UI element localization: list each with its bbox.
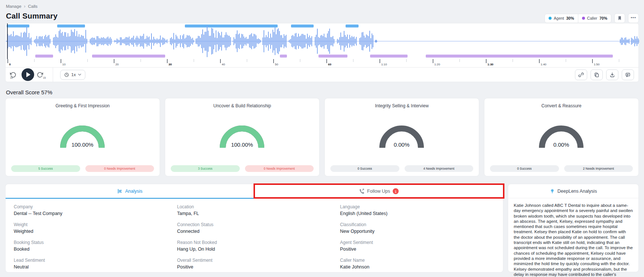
download-icon <box>609 72 615 78</box>
svg-text:20: 20 <box>115 63 119 66</box>
needs-improvement-badge: 4 Needs Improvement <box>405 165 474 172</box>
waveform[interactable] <box>6 23 638 59</box>
svg-text:0.00%: 0.00% <box>553 141 569 148</box>
svg-text:1:20: 1:20 <box>434 63 440 66</box>
clock-icon <box>64 72 69 77</box>
player-controls: 15 15 1x <box>6 68 638 82</box>
call-summary-page: Manage › Calls Call Summary Agent 30% Ca… <box>0 0 644 277</box>
detail-field: Lead Sentiment Neutral <box>14 258 177 270</box>
gauge: 0.00% <box>325 125 479 149</box>
playback-speed-button[interactable]: 1x <box>60 70 85 80</box>
deeplens-summary: Katie Johnson called ABC T Dental to inq… <box>508 198 638 277</box>
scorecards-row: Greeting & First Impression 100.00% 5 Su… <box>5 98 639 176</box>
skip-forward-seconds: 15 <box>43 76 46 79</box>
detail-field-label: Agent Sentiment <box>340 240 503 245</box>
more-options-button[interactable]: ••• <box>628 13 639 23</box>
gauge: 0.00% <box>484 125 638 149</box>
svg-text:60: 60 <box>328 63 331 66</box>
tab-analysis[interactable]: Analysis <box>6 184 254 198</box>
agent-label: Agent <box>554 16 564 20</box>
svg-text:10: 10 <box>62 63 66 66</box>
score-card-title: Convert & Reassure <box>484 103 638 108</box>
detail-field: Agent Sentiment Positive <box>340 240 503 252</box>
score-card-title: Greeting & First Impression <box>6 103 160 108</box>
play-button[interactable] <box>22 68 34 81</box>
timeline-ruler: 01020304050601:101:201:301:401:50 <box>6 59 638 68</box>
svg-text:40: 40 <box>222 63 225 66</box>
agent-ratio-badge: Agent 30% <box>545 14 578 23</box>
breadcrumb: Manage › Calls <box>0 0 644 9</box>
svg-text:1:10: 1:10 <box>381 63 387 66</box>
detail-field-label: Weight <box>14 222 177 227</box>
agent-dot-icon <box>549 17 552 20</box>
detail-field-value: English (United States) <box>340 211 503 216</box>
needs-improvement-badge: 0 Needs Improvement <box>245 165 314 172</box>
breadcrumb-calls[interactable]: Calls <box>28 4 38 9</box>
svg-text:1:30: 1:30 <box>487 63 494 66</box>
link-icon <box>578 72 584 78</box>
feedback-button[interactable] <box>622 69 634 80</box>
tab-follow-ups[interactable]: Follow Ups 1 <box>254 184 503 198</box>
skip-forward-icon <box>37 72 43 78</box>
overall-score: Overall Score 57% <box>6 89 52 95</box>
chevron-down-icon <box>78 74 81 76</box>
gauge: 100.00% <box>6 125 160 149</box>
copy-button[interactable] <box>591 69 603 80</box>
detail-field-value: Katie Johnson <box>340 264 503 270</box>
detail-field: Classification New Opportunity <box>340 222 503 234</box>
score-card: Uncover & Build Relationship 100.00% 3 S… <box>165 98 320 176</box>
detail-field-label: Connection Status <box>177 222 340 227</box>
score-card: Integrity Selling & Interview 0.00% 0 Su… <box>324 98 479 176</box>
detail-field-label: Language <box>340 204 503 209</box>
audio-player-card: 01020304050601:101:201:301:401:50 15 15 … <box>5 23 639 82</box>
detail-field-label: Company <box>14 204 177 209</box>
gauge-svg: 0.00% <box>534 125 589 149</box>
skip-forward-button[interactable]: 15 <box>37 70 46 79</box>
bookmark-button[interactable] <box>614 13 625 23</box>
agent-ratio-value: 30% <box>566 16 574 20</box>
svg-text:50: 50 <box>275 63 278 66</box>
gauge-svg: 0.00% <box>374 125 430 149</box>
success-badge: 0 Success <box>490 165 559 172</box>
breadcrumb-separator-icon: › <box>24 4 26 9</box>
detail-field-label: Reason Not Booked <box>177 240 340 245</box>
detail-field: Booking Status Booked <box>14 240 177 252</box>
score-card-title: Uncover & Build Relationship <box>165 103 319 108</box>
caller-label: Caller <box>587 16 597 20</box>
detail-field-label: Booking Status <box>14 240 177 245</box>
skip-back-button[interactable]: 15 <box>10 70 19 79</box>
detail-field: Location Tampa, FL <box>177 204 340 216</box>
copy-link-button[interactable] <box>575 69 587 80</box>
detail-field: Overall Sentiment Positive <box>177 258 340 270</box>
phone-callback-icon <box>359 188 365 194</box>
score-card-badges: 0 Success 4 Needs Improvement <box>330 165 473 172</box>
timeline-ruler-svg: 01020304050601:101:201:301:401:50 <box>6 59 639 67</box>
breadcrumb-manage[interactable]: Manage <box>6 4 22 9</box>
svg-text:1:50: 1:50 <box>594 63 600 66</box>
needs-improvement-badge: 0 Needs Improvement <box>85 165 154 172</box>
playback-speed-value: 1x <box>71 72 76 77</box>
detail-field: Language English (United States) <box>340 204 503 216</box>
download-button[interactable] <box>606 69 618 80</box>
comment-icon <box>625 72 631 78</box>
follow-ups-count-badge: 1 <box>393 188 399 194</box>
success-badge: 5 Success <box>11 165 80 172</box>
header-actions: Agent 30% Caller 70% ••• <box>545 13 639 23</box>
caller-ratio-value: 70% <box>599 16 607 20</box>
svg-text:100.00%: 100.00% <box>231 141 253 148</box>
audio-toolbar <box>575 69 634 80</box>
detail-field-value: Neutral <box>14 264 177 270</box>
analysis-panel: Analysis Follow Ups 1 Company Dental -- … <box>5 184 503 273</box>
detail-field-value: Positive <box>177 264 340 270</box>
detail-field: Reason Not Booked Hang Up, On Hold <box>177 240 340 252</box>
copy-icon <box>594 72 599 78</box>
detail-field: Company Dental -- Test Company <box>14 204 177 216</box>
caller-ratio-badge: Caller 70% <box>578 14 611 23</box>
skip-back-seconds: 15 <box>10 76 13 79</box>
gauge-svg: 100.00% <box>215 125 270 149</box>
detail-field-label: Caller Name <box>340 258 503 263</box>
needs-improvement-badge: 2 Needs Improvement <box>564 165 633 172</box>
svg-text:0: 0 <box>9 63 11 66</box>
svg-text:0.00%: 0.00% <box>393 141 409 148</box>
detail-field-value: Dental -- Test Company <box>14 211 177 216</box>
